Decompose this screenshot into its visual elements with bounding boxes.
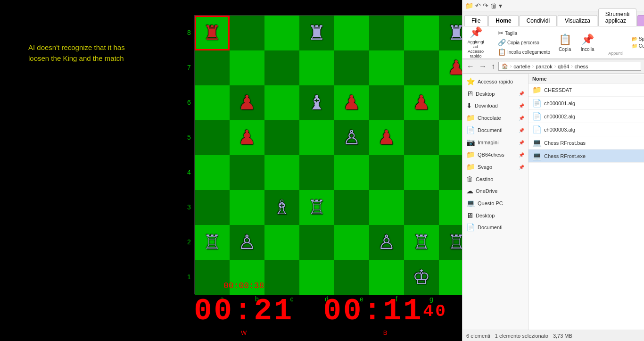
cell-7-2[interactable] xyxy=(230,50,264,85)
cell-2-4[interactable] xyxy=(299,225,334,260)
path-qb64[interactable]: qb64 xyxy=(558,64,569,69)
cell-1-7[interactable]: ♔ xyxy=(404,260,439,295)
nav-cestino[interactable]: 🗑 Cestino xyxy=(462,173,528,185)
btn-copia-in[interactable]: 📁 Copia in xyxy=(630,43,644,49)
btn-sposta-in[interactable]: 📂 Sposta in xyxy=(630,36,644,42)
path-chess[interactable]: chess xyxy=(575,64,588,69)
cell-2-7[interactable]: ♖ xyxy=(404,225,439,260)
cell-5-2[interactable]: ♟ xyxy=(230,120,264,155)
file-chess-rfrost-exe[interactable]: 💻 Chess RFrost.exe xyxy=(528,150,644,163)
cell-3-7[interactable] xyxy=(404,190,439,225)
nav-qb64chess[interactable]: 📁 QB64chess 📌 xyxy=(462,149,528,161)
file-chess-rfrost-bas[interactable]: 💻 Chess RFrost.bas xyxy=(528,136,644,150)
tab-gestisci[interactable]: Gestisci xyxy=(637,15,644,26)
cell-5-6[interactable]: ♟ xyxy=(369,120,404,155)
cell-6-7[interactable]: ♟ xyxy=(404,85,439,120)
cell-2-1[interactable]: ♖ xyxy=(195,225,230,260)
tab-home[interactable]: Home xyxy=(488,15,518,26)
cell-1-5[interactable] xyxy=(334,260,369,295)
nav-chocolate[interactable]: 📁 Chocolate 📌 xyxy=(462,112,528,124)
btn-aggiungi[interactable]: 📌 Aggiungi adAccesso rapido xyxy=(466,25,485,59)
nav-documenti-2[interactable]: 📄 Documenti xyxy=(462,221,528,233)
nav-accesso-rapido[interactable]: ⭐ Accesso rapido xyxy=(462,75,528,88)
btn-copia-percorso[interactable]: 🔗 Copia percorso xyxy=(496,38,552,47)
nav-questo-pc-label: Questo PC xyxy=(478,200,503,206)
nav-documenti[interactable]: 📄 Documenti 📌 xyxy=(462,124,528,136)
btn-taglia[interactable]: ✂ Taglia xyxy=(496,29,552,37)
cell-8-6[interactable] xyxy=(369,16,404,50)
nav-questo-pc[interactable]: 💻 Questo PC xyxy=(462,197,528,209)
cell-3-1[interactable] xyxy=(195,190,230,225)
cell-4-1[interactable] xyxy=(195,155,230,190)
cell-3-4[interactable]: ♖ xyxy=(299,190,334,225)
nav-desktop-2[interactable]: 🖥 Desktop xyxy=(462,209,528,221)
nav-up[interactable]: ↑ xyxy=(490,62,496,71)
qa-dropdown[interactable]: ▾ xyxy=(499,2,502,9)
cell-8-4[interactable]: ♜ xyxy=(299,16,334,50)
tab-strumenti[interactable]: Strumenti applicaz xyxy=(598,8,636,26)
file-chessdat[interactable]: 📁 CHESSDAT xyxy=(528,83,644,97)
cell-7-4[interactable] xyxy=(299,50,334,85)
cell-2-3[interactable] xyxy=(264,225,299,260)
file-ch000002[interactable]: 📄 ch000002.alg xyxy=(528,110,644,123)
cell-8-2[interactable] xyxy=(230,16,264,50)
cell-5-5[interactable]: ♙ xyxy=(334,120,369,155)
cell-7-1[interactable] xyxy=(195,50,230,85)
address-path[interactable]: 🏠 › cartelle › panzok › qb64 › chess xyxy=(498,62,641,71)
cell-6-1[interactable] xyxy=(195,85,230,120)
cell-8-7[interactable] xyxy=(404,16,439,50)
cell-8-3[interactable] xyxy=(264,16,299,50)
cell-3-5[interactable] xyxy=(334,190,369,225)
cell-6-6[interactable] xyxy=(369,85,404,120)
cell-4-3[interactable] xyxy=(264,155,299,190)
cell-1-3[interactable] xyxy=(264,260,299,295)
nav-svago[interactable]: 📁 Svago 📌 xyxy=(462,161,528,173)
cell-7-6[interactable] xyxy=(369,50,404,85)
file-ch000001[interactable]: 📄 ch000001.alg xyxy=(528,97,644,110)
path-panzok[interactable]: panzok xyxy=(536,64,552,69)
cell-5-1[interactable] xyxy=(195,120,230,155)
btn-copia[interactable]: 📋 Copia xyxy=(555,33,574,53)
btn-incolla-collegamento[interactable]: 📋 Incolla collegamento xyxy=(496,48,552,56)
cell-6-2[interactable]: ♟ xyxy=(230,85,264,120)
cell-3-3[interactable]: ♗ xyxy=(264,190,299,225)
chess-board[interactable]: ♜♜♜♟♟♝♟♟♟♙♟♗♖♖♙♙♖♖♔ xyxy=(194,15,473,294)
tab-condividi[interactable]: Condividi xyxy=(520,15,557,26)
cell-5-7[interactable] xyxy=(404,120,439,155)
cell-4-4[interactable] xyxy=(299,155,334,190)
cell-7-5[interactable] xyxy=(334,50,369,85)
cell-6-4[interactable]: ♝ xyxy=(299,85,334,120)
cell-4-5[interactable] xyxy=(334,155,369,190)
tab-file[interactable]: File xyxy=(464,15,487,26)
cell-2-5[interactable] xyxy=(334,225,369,260)
btn-incolla[interactable]: 📌 Incolla xyxy=(578,33,597,53)
nav-forward[interactable]: → xyxy=(478,62,488,71)
cell-2-6[interactable]: ♙ xyxy=(369,225,404,260)
taglia-label: Taglia xyxy=(505,31,517,36)
cell-1-4[interactable] xyxy=(299,260,334,295)
cell-3-2[interactable] xyxy=(230,190,264,225)
cell-6-5[interactable]: ♟ xyxy=(334,85,369,120)
nav-back[interactable]: ← xyxy=(465,62,476,71)
cell-4-2[interactable] xyxy=(230,155,264,190)
cell-4-7[interactable] xyxy=(404,155,439,190)
path-cartelle[interactable]: cartelle xyxy=(513,64,530,69)
nav-download[interactable]: ⬇ Download 📌 xyxy=(462,100,528,112)
nav-onedrive[interactable]: ☁ OneDrive xyxy=(462,185,528,197)
cell-7-7[interactable] xyxy=(404,50,439,85)
tab-visualizza[interactable]: Visualizza xyxy=(558,15,597,26)
cell-3-6[interactable] xyxy=(369,190,404,225)
cell-8-1[interactable]: ♜ xyxy=(195,16,230,50)
cell-5-3[interactable] xyxy=(264,120,299,155)
file-ch000003[interactable]: 📄 ch000003.alg xyxy=(528,123,644,136)
nav-desktop[interactable]: 🖥 Desktop 📌 xyxy=(462,88,528,100)
nav-immagini[interactable]: 📷 Immagini 📌 xyxy=(462,136,528,149)
cell-6-3[interactable] xyxy=(264,85,299,120)
cell-7-3[interactable] xyxy=(264,50,299,85)
cell-1-6[interactable] xyxy=(369,260,404,295)
ch000001-icon: 📄 xyxy=(532,99,542,108)
cell-8-5[interactable] xyxy=(334,16,369,50)
cell-2-2[interactable]: ♙ xyxy=(230,225,264,260)
cell-4-6[interactable] xyxy=(369,155,404,190)
cell-5-4[interactable] xyxy=(299,120,334,155)
